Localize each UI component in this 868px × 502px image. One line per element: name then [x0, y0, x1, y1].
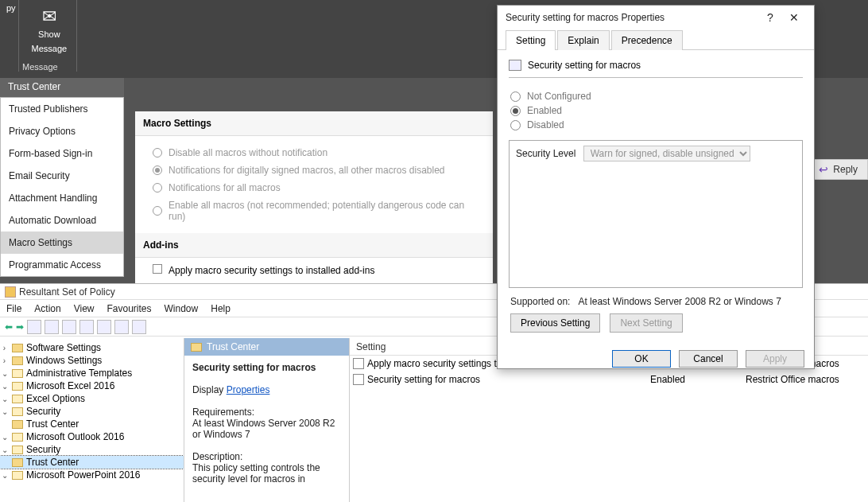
toolbar-button[interactable]	[45, 320, 59, 334]
toolbar-button[interactable]	[79, 320, 94, 334]
tree-node[interactable]: ⌄Security	[0, 443, 184, 456]
tree-label: Windows Settings	[26, 355, 102, 366]
tree-node[interactable]: ›Software Settings	[0, 341, 184, 354]
properties-dialog: Security setting for macros Properties ?…	[497, 5, 815, 369]
desc-req-text: At least Windows Server 2008 R2 or Windo…	[192, 418, 335, 440]
desc-desc-label: Description:	[192, 451, 242, 462]
toolbar-button[interactable]	[62, 320, 76, 334]
nav-auto-download[interactable]: Automatic Download	[1, 209, 123, 232]
security-level-label: Security Level	[516, 148, 575, 159]
toolbar-button[interactable]	[97, 320, 111, 334]
expand-icon[interactable]: ⌄	[0, 433, 9, 442]
folder-icon	[12, 420, 23, 429]
expand-icon[interactable]: ⌄	[0, 369, 9, 378]
radio-icon	[510, 106, 521, 116]
nav-attachment[interactable]: Attachment Handling	[1, 187, 123, 209]
rsop-tree[interactable]: ›Software Settings›Windows Settings⌄Admi…	[0, 338, 184, 502]
toolbar-button[interactable]	[27, 320, 41, 334]
radio-icon	[510, 120, 521, 130]
expand-icon[interactable]: ›	[0, 344, 9, 352]
radio-not-configured[interactable]: Not Configured	[510, 89, 801, 103]
tree-node[interactable]: ⌄Security	[0, 405, 184, 418]
envelope-icon: ✉	[28, 8, 70, 25]
tab-setting[interactable]: Setting	[506, 30, 556, 50]
security-level-select[interactable]: Warn for signed, disable unsigned	[583, 146, 750, 161]
reply-button[interactable]: ↩ Reply	[808, 159, 868, 180]
reply-label: Reply	[833, 164, 858, 175]
trust-center-panel: Macro Settings Disable all macros withou…	[135, 111, 493, 289]
menu-window[interactable]: Window	[165, 303, 199, 314]
tree-label: Security	[26, 406, 60, 417]
radio-enabled[interactable]: Enabled	[510, 103, 801, 118]
ok-button[interactable]: OK	[612, 350, 671, 368]
help-button[interactable]: ?	[758, 11, 782, 24]
radio-label: Disabled	[527, 119, 564, 130]
apply-button[interactable]: Apply	[746, 350, 804, 368]
toolbar-button[interactable]	[132, 320, 146, 334]
tree-label: Excel Options	[26, 393, 85, 404]
nav-macro-settings[interactable]: Macro Settings	[1, 232, 123, 254]
macro-opt-label: Notifications for digitally signed macro…	[169, 165, 445, 176]
tree-node[interactable]: Trust Center	[0, 456, 184, 469]
folder-icon	[12, 458, 23, 467]
expand-icon[interactable]: ⌄	[0, 446, 9, 454]
menu-fav[interactable]: Favourites	[107, 303, 152, 314]
ribbon-copy-group[interactable]: py	[0, 0, 19, 72]
tree-node[interactable]: ⌄Microsoft PowerPoint 2016	[0, 469, 184, 481]
folder-icon	[12, 471, 23, 480]
addins-checkbox-label: Apply macro security settings to install…	[169, 265, 374, 276]
properties-link[interactable]: Properties	[227, 384, 270, 395]
tree-label: Microsoft PowerPoint 2016	[26, 469, 140, 481]
menu-action[interactable]: Action	[34, 303, 60, 314]
tree-node[interactable]: Trust Center	[0, 418, 184, 430]
close-button[interactable]: ✕	[782, 11, 806, 24]
cancel-button[interactable]: Cancel	[679, 350, 738, 368]
show-label-2: Message	[28, 43, 70, 54]
copy-label: py	[6, 3, 12, 13]
tree-node[interactable]: ⌄Microsoft Outlook 2016	[0, 430, 184, 443]
tree-node[interactable]: ⌄Microsoft Excel 2016	[0, 379, 184, 392]
expand-icon[interactable]: ⌄	[0, 395, 9, 403]
nav-trusted-publishers[interactable]: Trusted Publishers	[1, 98, 123, 120]
previous-setting-button[interactable]: Previous Setting	[510, 313, 600, 333]
policy-icon	[353, 374, 364, 385]
toolbar-button[interactable]	[114, 320, 129, 334]
desc-req-label: Requirements:	[192, 407, 254, 418]
folder-icon	[191, 343, 202, 352]
nav-form-signin[interactable]: Form-based Sign-in	[1, 142, 123, 165]
tree-label: Microsoft Outlook 2016	[26, 431, 124, 442]
expand-icon[interactable]: ›	[0, 356, 9, 365]
expand-icon[interactable]: ⌄	[0, 471, 9, 480]
radio-icon	[153, 183, 162, 193]
nav-programmatic[interactable]: Programmatic Access	[1, 254, 123, 276]
folder-icon	[12, 407, 23, 416]
tree-node[interactable]: ⌄Excel Options	[0, 392, 184, 405]
tree-label: Administrative Templates	[26, 368, 132, 379]
ribbon-group-caption: Message	[22, 62, 58, 72]
tree-node[interactable]: ›Windows Settings	[0, 354, 184, 367]
menu-view[interactable]: View	[74, 303, 95, 314]
nav-email-security[interactable]: Email Security	[1, 165, 123, 187]
tab-precedence[interactable]: Precedence	[611, 30, 683, 50]
expand-icon[interactable]: ⌄	[0, 382, 9, 391]
nav-privacy-options[interactable]: Privacy Options	[1, 120, 123, 142]
show-label-1: Show	[28, 29, 70, 40]
next-setting-button[interactable]: Next Setting	[610, 313, 682, 333]
menu-help[interactable]: Help	[211, 303, 231, 314]
ribbon-show-message[interactable]: ✉ Show Message	[21, 0, 77, 72]
menu-file[interactable]: File	[6, 303, 21, 314]
tree-node[interactable]: ⌄Administrative Templates	[0, 367, 184, 379]
rsop-description-pane: Trust Center Security setting for macros…	[184, 338, 350, 502]
rsop-title-text: Resultant Set of Policy	[19, 286, 115, 298]
radio-label: Not Configured	[527, 91, 591, 102]
reply-arrow-icon: ↩	[819, 163, 828, 176]
expand-icon[interactable]: ⌄	[0, 407, 9, 416]
folder-icon	[12, 356, 23, 365]
desc-header-text: Trust Center	[207, 341, 259, 352]
radio-icon	[153, 206, 162, 216]
tab-explain[interactable]: Explain	[557, 30, 609, 50]
cell-setting: Security setting for macros	[367, 374, 650, 385]
policy-icon	[353, 358, 364, 369]
radio-label: Enabled	[527, 105, 562, 116]
radio-disabled[interactable]: Disabled	[510, 118, 801, 132]
